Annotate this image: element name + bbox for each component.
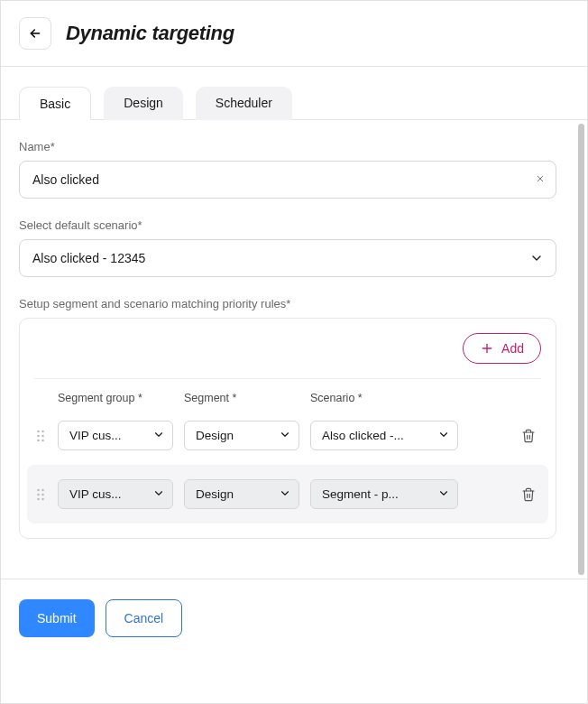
trash-icon — [521, 487, 536, 502]
col-scenario: Scenario * — [310, 392, 458, 404]
svg-point-9 — [37, 439, 40, 441]
svg-point-7 — [37, 434, 40, 437]
svg-point-15 — [37, 497, 40, 500]
rule-row: VIP cus... Design Segment - p... — [27, 465, 548, 523]
default-scenario-select[interactable]: Also clicked - 12345 — [19, 239, 556, 277]
segment-group-select[interactable]: VIP cus... — [58, 479, 173, 509]
trash-icon — [521, 429, 536, 443]
chevron-down-icon — [279, 428, 291, 443]
scenario-select[interactable]: Also clicked -... — [310, 421, 458, 450]
scrollbar-thumb[interactable] — [578, 124, 584, 575]
chevron-down-icon — [152, 428, 165, 443]
col-segment-group: Segment group * — [58, 392, 173, 404]
arrow-left-icon — [28, 26, 42, 41]
scenario-label: Select default scenario* — [19, 218, 556, 232]
drag-handle[interactable] — [34, 488, 47, 501]
tab-scheduler[interactable]: Scheduler — [196, 87, 292, 120]
svg-point-6 — [41, 430, 44, 432]
clear-name-button[interactable] — [535, 172, 546, 187]
content-panel: Name* Select default scenario* Also clic… — [1, 120, 574, 579]
tab-basic[interactable]: Basic — [19, 87, 91, 120]
name-input[interactable] — [19, 161, 556, 199]
segment-select[interactable]: Design — [184, 421, 299, 450]
x-icon — [535, 173, 546, 184]
default-scenario-value: Also clicked - 12345 — [19, 239, 556, 277]
svg-point-8 — [41, 434, 44, 437]
svg-point-10 — [41, 439, 44, 441]
svg-point-5 — [37, 430, 40, 432]
chevron-down-icon — [152, 486, 165, 502]
chevron-down-icon — [437, 428, 450, 443]
svg-point-13 — [37, 493, 40, 496]
delete-rule-button[interactable] — [516, 429, 541, 443]
svg-point-16 — [41, 497, 44, 500]
name-label: Name* — [19, 140, 556, 153]
plus-icon — [480, 341, 494, 356]
svg-point-12 — [41, 488, 44, 491]
segment-select[interactable]: Design — [184, 479, 299, 509]
add-label: Add — [501, 341, 524, 356]
svg-point-14 — [41, 493, 44, 496]
add-rule-button[interactable]: Add — [463, 333, 541, 364]
segment-group-select[interactable]: VIP cus... — [58, 421, 173, 450]
tab-design[interactable]: Design — [104, 87, 183, 120]
col-segment: Segment * — [184, 392, 299, 404]
page-title: Dynamic targeting — [66, 22, 234, 45]
drag-icon — [36, 488, 45, 501]
delete-rule-button[interactable] — [516, 487, 541, 502]
rules-box: Add Segment group * Segment * Scenario *… — [19, 318, 556, 539]
cancel-button[interactable]: Cancel — [106, 599, 183, 637]
drag-handle[interactable] — [34, 430, 47, 442]
rule-row: VIP cus... Design Also clicked -... — [34, 413, 541, 458]
drag-icon — [36, 430, 45, 442]
tabs: Basic Design Scheduler — [1, 87, 587, 120]
scenario-select[interactable]: Segment - p... — [310, 479, 458, 509]
chevron-down-icon — [437, 486, 450, 502]
chevron-down-icon — [279, 486, 291, 502]
back-button[interactable] — [19, 17, 51, 50]
submit-button[interactable]: Submit — [19, 599, 95, 637]
scrollbar[interactable] — [574, 120, 587, 579]
svg-point-11 — [37, 488, 40, 491]
rules-label: Setup segment and scenario matching prio… — [19, 297, 556, 310]
